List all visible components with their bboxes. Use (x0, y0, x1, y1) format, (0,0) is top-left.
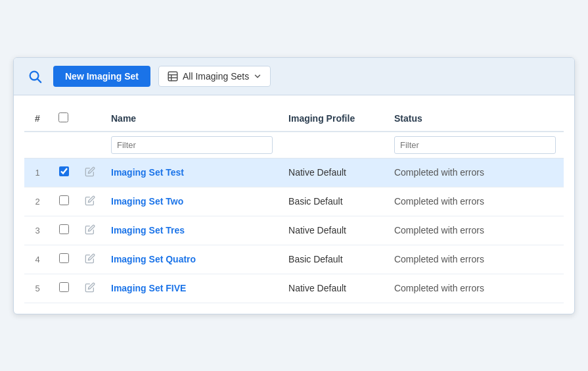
row-status: Completed with errors (386, 216, 564, 245)
row-name[interactable]: Imaging Set Tres (103, 216, 281, 245)
table-body: 1 Imaging Set Test Native Default Comple… (24, 158, 564, 303)
imaging-sets-filter-dropdown[interactable]: All Imaging Sets (158, 66, 271, 87)
filter-row (24, 132, 564, 159)
table-row[interactable]: 1 Imaging Set Test Native Default Comple… (24, 158, 564, 187)
name-filter-input[interactable] (111, 136, 273, 154)
row-checkbox-cell[interactable] (51, 245, 77, 274)
row-checkbox-cell[interactable] (51, 187, 77, 216)
row-status: Completed with errors (386, 245, 564, 274)
table-header-row: # Name Imaging Profile Status (24, 106, 564, 132)
toolbar: New Imaging Set All Imaging Sets (14, 58, 574, 95)
row-profile: Basic Default (281, 187, 386, 216)
row-checkbox[interactable] (59, 253, 69, 263)
row-edit-cell[interactable] (77, 245, 103, 274)
edit-icon (85, 282, 95, 293)
row-name[interactable]: Imaging Set Quatro (103, 245, 281, 274)
row-edit-cell[interactable] (77, 158, 103, 187)
row-edit-cell[interactable] (77, 187, 103, 216)
col-header-edit (77, 106, 103, 132)
edit-icon (85, 224, 95, 235)
filter-dropdown-label: All Imaging Sets (183, 71, 249, 82)
main-container: New Imaging Set All Imaging Sets # (13, 57, 575, 314)
row-num: 3 (24, 216, 51, 245)
svg-rect-2 (168, 72, 177, 81)
status-filter-input[interactable] (394, 136, 556, 154)
row-profile: Native Default (281, 216, 386, 245)
row-checkbox[interactable] (59, 166, 69, 176)
row-profile: Native Default (281, 274, 386, 303)
row-num: 4 (24, 245, 51, 274)
edit-icon (85, 195, 95, 206)
table-row[interactable]: 5 Imaging Set FIVE Native Default Comple… (24, 274, 564, 303)
select-all-checkbox[interactable] (58, 112, 68, 122)
row-edit-cell[interactable] (77, 216, 103, 245)
search-button[interactable] (24, 66, 45, 87)
imaging-sets-table: # Name Imaging Profile Status (24, 106, 564, 303)
chevron-down-icon (253, 72, 262, 81)
table-area: # Name Imaging Profile Status (14, 95, 574, 314)
row-name[interactable]: Imaging Set FIVE (103, 274, 281, 303)
row-status: Completed with errors (386, 187, 564, 216)
row-name[interactable]: Imaging Set Test (103, 158, 281, 187)
row-num: 2 (24, 187, 51, 216)
row-status: Completed with errors (386, 274, 564, 303)
row-num: 5 (24, 274, 51, 303)
col-header-checkbox (51, 106, 77, 132)
col-header-name: Name (103, 106, 281, 132)
imaging-sets-icon (167, 70, 179, 82)
col-header-num: # (24, 106, 51, 132)
row-profile: Basic Default (281, 245, 386, 274)
edit-icon (85, 253, 95, 264)
col-header-profile: Imaging Profile (281, 106, 386, 132)
col-header-status: Status (386, 106, 564, 132)
row-name[interactable]: Imaging Set Two (103, 187, 281, 216)
table-row[interactable]: 4 Imaging Set Quatro Basic Default Compl… (24, 245, 564, 274)
edit-icon (85, 166, 95, 177)
row-checkbox-cell[interactable] (51, 158, 77, 187)
svg-line-1 (37, 79, 41, 82)
row-profile: Native Default (281, 158, 386, 187)
table-row[interactable]: 3 Imaging Set Tres Native Default Comple… (24, 216, 564, 245)
row-edit-cell[interactable] (77, 274, 103, 303)
table-row[interactable]: 2 Imaging Set Two Basic Default Complete… (24, 187, 564, 216)
row-checkbox[interactable] (59, 195, 69, 205)
new-imaging-set-button[interactable]: New Imaging Set (53, 66, 150, 87)
row-checkbox[interactable] (59, 282, 69, 292)
search-icon (28, 69, 42, 84)
row-checkbox-cell[interactable] (51, 216, 77, 245)
row-checkbox[interactable] (59, 224, 69, 234)
row-status: Completed with errors (386, 158, 564, 187)
row-num: 1 (24, 158, 51, 187)
row-checkbox-cell[interactable] (51, 274, 77, 303)
